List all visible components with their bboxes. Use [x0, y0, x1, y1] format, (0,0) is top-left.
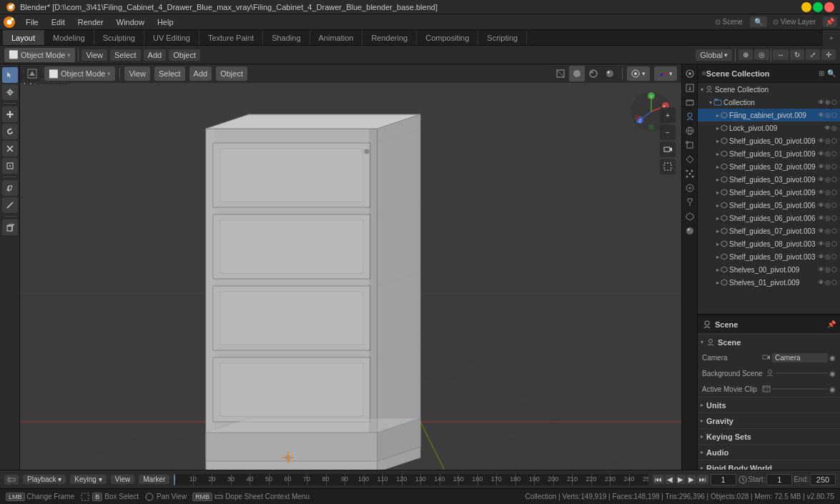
viewport[interactable]: User Perspective (Local) (1) Collection …: [20, 64, 681, 470]
view-tl-btn[interactable]: View: [111, 475, 135, 484]
rendered-btn[interactable]: [602, 66, 618, 81]
next-frame-btn[interactable]: ▶: [686, 475, 696, 484]
rotate-tool-top[interactable]: ↻: [790, 49, 804, 60]
ren-10[interactable]: ⬡: [831, 240, 837, 247]
cam-10[interactable]: ◎: [825, 240, 831, 247]
wireframe-btn[interactable]: [553, 66, 568, 81]
outliner-item-shelf-02[interactable]: ▸ Shelf_guides_02_pivot.009 👁 ◎ ⬡: [698, 160, 840, 173]
render-icon-col[interactable]: ⬡: [831, 99, 837, 106]
movie-clip-pick-btn[interactable]: ◉: [829, 385, 836, 393]
rotate-tool[interactable]: [2, 124, 18, 139]
ren-2[interactable]: ⬡: [831, 137, 837, 144]
outliner-item-shelf-05[interactable]: ▸ Shelf_guides_05_pivot.006 👁 ◎ ⬡: [698, 199, 840, 212]
cam-1[interactable]: ◎: [831, 124, 837, 132]
filter-icon[interactable]: ⊞: [819, 69, 824, 77]
search-outliner-btn[interactable]: 🔍: [827, 69, 836, 77]
scene-props-btn[interactable]: [683, 110, 696, 123]
eye-icon-col[interactable]: 👁: [818, 99, 824, 106]
outliner-item-shelves-00[interactable]: ▸ Shelves_00_pivot.009 👁 ◎ ⬡: [698, 263, 840, 276]
ren-9[interactable]: ⬡: [831, 227, 837, 234]
cam-8[interactable]: ◎: [825, 214, 831, 222]
cursor-icon-col[interactable]: ⊕: [825, 99, 831, 106]
camera-view-btn[interactable]: [660, 142, 676, 157]
bg-scene-pick-btn[interactable]: ◉: [829, 370, 836, 377]
material-props-btn[interactable]: [683, 224, 696, 237]
props-pin-btn[interactable]: 📌: [827, 320, 836, 328]
snap-btn[interactable]: ⊕: [738, 49, 753, 60]
cam-0[interactable]: ◎: [825, 112, 831, 119]
outliner-item-filing-cabinet[interactable]: ▸ Filing_cabinet_pivot.009 👁 ◎ ⬡: [698, 109, 840, 122]
object-menu-btn[interactable]: Object: [169, 49, 200, 61]
ren-0[interactable]: ⬡: [831, 112, 837, 119]
tab-layout[interactable]: Layout: [3, 30, 44, 45]
add-menu-btn[interactable]: Add: [144, 49, 167, 61]
zoom-in-btn[interactable]: +: [660, 107, 676, 123]
particles-props-btn[interactable]: [683, 167, 696, 180]
keying-section[interactable]: ▸ Keying Sets: [698, 428, 840, 444]
outliner-item-shelves-01[interactable]: ▸ Shelves_01_pivot.009 👁 ◎ ⬡: [698, 276, 840, 289]
ren-13[interactable]: ⬡: [831, 279, 837, 286]
tab-compositing[interactable]: Compositing: [417, 30, 478, 45]
vp-object-btn[interactable]: Object: [216, 66, 247, 81]
outliner-item-shelf-08[interactable]: ▸ Shelf_guides_08_pivot.003 👁 ◎ ⬡: [698, 237, 840, 250]
eye-8[interactable]: 👁: [818, 214, 824, 222]
marker-btn[interactable]: Marker: [139, 475, 169, 484]
scale-tool-top[interactable]: ⤢: [806, 49, 820, 60]
zoom-out-btn[interactable]: −: [660, 124, 676, 140]
proportional-btn[interactable]: ◎: [754, 49, 769, 60]
tab-uv-editing[interactable]: UV Editing: [144, 30, 199, 45]
outliner-item-shelf-01[interactable]: ▸ Shelf_guides_01_pivot.009 👁 ◎ ⬡: [698, 147, 840, 160]
scene-collection-row[interactable]: ▾ Scene Collection: [698, 83, 840, 96]
playback-menu-btn[interactable]: Playback ▾: [23, 475, 66, 484]
cam-11[interactable]: ◎: [825, 253, 831, 260]
eye-6[interactable]: 👁: [818, 189, 824, 196]
menu-window[interactable]: Window: [111, 16, 150, 28]
scene-section-header[interactable]: ▾ Scene: [698, 334, 840, 350]
jump-end-btn[interactable]: ⏭: [697, 475, 708, 484]
tab-modeling[interactable]: Modeling: [44, 30, 94, 45]
eye-3[interactable]: 👁: [818, 150, 824, 157]
close-button[interactable]: [824, 2, 834, 12]
move-tool-top[interactable]: ↔: [773, 49, 789, 60]
cam-4[interactable]: ◎: [825, 163, 831, 170]
cam-2[interactable]: ◎: [825, 137, 831, 144]
eye-5[interactable]: 👁: [818, 176, 824, 183]
constraints-props-btn[interactable]: [683, 196, 696, 209]
transform-tool[interactable]: [2, 158, 18, 174]
tab-texture-paint[interactable]: Texture Paint: [199, 30, 263, 45]
tab-scripting[interactable]: Scripting: [478, 30, 527, 45]
world-props-btn[interactable]: [683, 124, 696, 137]
eye-9[interactable]: 👁: [818, 227, 824, 234]
eye-13[interactable]: 👁: [818, 279, 824, 286]
menu-file[interactable]: File: [20, 16, 44, 28]
outliner-item-lock[interactable]: ▸ Lock_pivot.009 👁 ◎: [698, 122, 840, 134]
render-props-btn[interactable]: [683, 67, 696, 80]
output-props-btn[interactable]: [683, 81, 696, 94]
view-layer-props-btn[interactable]: [683, 96, 696, 109]
cam-6[interactable]: ◎: [825, 189, 831, 196]
cam-9[interactable]: ◎: [825, 227, 831, 234]
timeline-type-btn[interactable]: [4, 475, 19, 485]
cam-12[interactable]: ◎: [825, 266, 831, 273]
object-data-props-btn[interactable]: [683, 210, 696, 223]
editor-type-btn[interactable]: [24, 66, 40, 81]
menu-edit[interactable]: Edit: [46, 16, 71, 28]
ren-12[interactable]: ⬡: [831, 266, 837, 273]
eye-12[interactable]: 👁: [818, 266, 824, 273]
ren-3[interactable]: ⬡: [831, 150, 837, 157]
keying-menu-btn[interactable]: Keying ▾: [70, 475, 106, 484]
vp-view-btn[interactable]: View: [124, 66, 150, 81]
tab-shading[interactable]: Shading: [263, 30, 310, 45]
eye-10[interactable]: 👁: [818, 240, 824, 247]
gizmos-btn[interactable]: ▾: [654, 66, 677, 81]
pin-btn[interactable]: 📌: [823, 16, 837, 27]
vp-select-btn[interactable]: Select: [154, 66, 185, 81]
jump-start-btn[interactable]: ⏮: [653, 475, 664, 484]
outliner-item-shelf-09[interactable]: ▸ Shelf_guides_09_pivot.003 👁 ◎ ⬡: [698, 250, 840, 263]
vp-add-btn[interactable]: Add: [189, 66, 212, 81]
search-btn[interactable]: 🔍: [750, 16, 767, 27]
local-view-btn[interactable]: [660, 159, 676, 174]
object-mode-btn[interactable]: ⬜ Object Mode ▾: [4, 48, 75, 62]
units-section[interactable]: ▸ Units: [698, 397, 840, 412]
eye-1[interactable]: 👁: [824, 124, 831, 132]
